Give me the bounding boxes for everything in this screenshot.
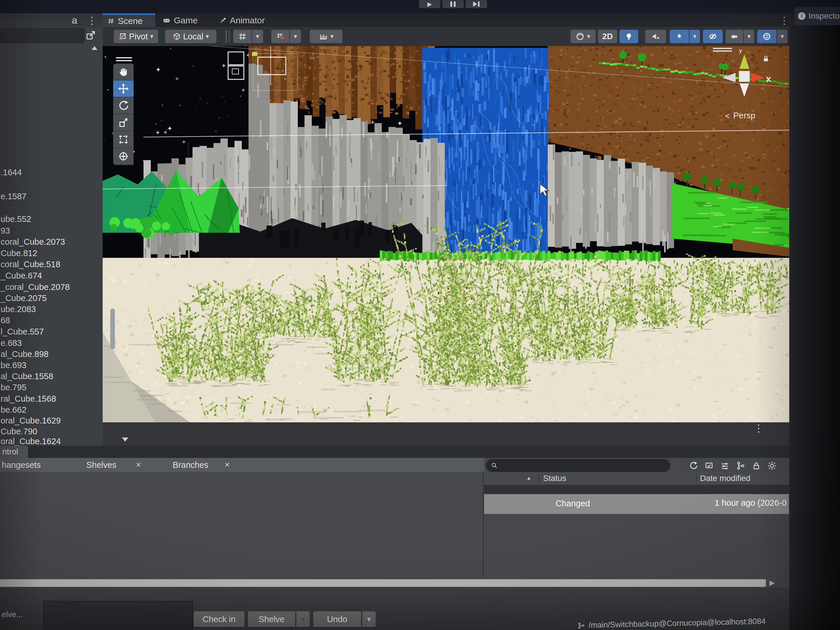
grid-axis-icon bbox=[238, 32, 247, 41]
scene-camera-dropdown[interactable]: ▾ bbox=[744, 30, 754, 43]
lightbulb-icon bbox=[625, 32, 633, 41]
hierarchy-item[interactable]: _Cube.674 bbox=[1, 271, 42, 281]
hierarchy-item[interactable]: e.1587 bbox=[1, 192, 27, 201]
hierarchy-item[interactable]: oral_Cube.1629 bbox=[1, 416, 61, 426]
horizontal-scrollbar[interactable] bbox=[0, 579, 766, 587]
move-tool[interactable] bbox=[113, 81, 134, 98]
hierarchy-item[interactable]: be.795 bbox=[1, 383, 27, 392]
effects-star-icon bbox=[675, 32, 684, 41]
hierarchy-item[interactable]: _coral_Cube.2078 bbox=[1, 282, 70, 292]
undo-button[interactable]: Undo bbox=[313, 611, 361, 628]
grid-snap-dropdown[interactable]: ▾ bbox=[252, 30, 263, 43]
2d-toggle-button[interactable]: 2D bbox=[598, 30, 617, 43]
tab-changesets[interactable]: hangesets bbox=[2, 460, 41, 470]
tab-inspector[interactable]: i Inspector bbox=[794, 7, 840, 25]
snap-increment-dropdown[interactable]: ▾ bbox=[310, 30, 343, 43]
scene-footer-menu-icon[interactable]: ⋮ bbox=[754, 422, 764, 434]
local-label: Local bbox=[183, 32, 203, 41]
table-header-shadow bbox=[484, 485, 789, 494]
play-button[interactable]: ▶ bbox=[419, 0, 441, 8]
hierarchy-list: .1644e.1587ube.55293coral_Cube.2073Cube.… bbox=[0, 0, 103, 446]
hierarchy-item[interactable]: Cube.790 bbox=[1, 427, 37, 436]
scene-panel-menu-icon[interactable]: ⋮ bbox=[779, 14, 789, 26]
scene-gizmos-toggle[interactable] bbox=[757, 30, 777, 43]
refresh-button[interactable] bbox=[686, 458, 701, 473]
hierarchy-item[interactable]: al_Cube.898 bbox=[1, 349, 48, 359]
check-in-button[interactable]: Check in bbox=[194, 611, 245, 628]
scene-camera-button[interactable] bbox=[726, 30, 743, 43]
gizmo-lock-icon[interactable] bbox=[762, 54, 770, 63]
undo-dropdown[interactable]: ▾ bbox=[362, 611, 376, 628]
rect-tool[interactable] bbox=[113, 131, 134, 148]
scale-tool[interactable] bbox=[113, 114, 134, 131]
scroll-down-icon[interactable] bbox=[122, 437, 128, 442]
scene-gizmos-dropdown[interactable]: ▾ bbox=[777, 30, 788, 43]
tab-version-control[interactable]: ntrol bbox=[0, 446, 28, 458]
shelve-dropdown[interactable]: ▾ bbox=[296, 611, 310, 628]
hierarchy-item[interactable]: 93 bbox=[1, 226, 10, 236]
drag-handle-icon[interactable] bbox=[713, 48, 732, 52]
scene-viewport[interactable] bbox=[103, 46, 789, 422]
scroll-right-icon[interactable]: ▶ bbox=[769, 579, 775, 587]
branch-tree-button[interactable] bbox=[733, 458, 748, 473]
close-icon[interactable]: × bbox=[136, 459, 141, 470]
hierarchy-item[interactable]: be.693 bbox=[1, 360, 27, 370]
tab-scene[interactable]: Scene bbox=[103, 13, 155, 27]
hierarchy-scrollbar-thumb[interactable] bbox=[110, 309, 115, 349]
column-header-status[interactable]: Status bbox=[543, 474, 566, 483]
snap-magnet-button[interactable] bbox=[271, 30, 289, 43]
search-input[interactable] bbox=[486, 459, 670, 472]
shelve-button[interactable]: Shelve bbox=[248, 611, 295, 628]
scene-lighting-toggle[interactable] bbox=[619, 30, 638, 43]
rotate-tool[interactable] bbox=[113, 98, 134, 114]
pause-button[interactable] bbox=[442, 0, 464, 8]
scene-effects-toggle[interactable] bbox=[669, 30, 689, 43]
tab-game[interactable]: Game bbox=[162, 14, 198, 27]
step-button[interactable] bbox=[466, 0, 487, 8]
table-row[interactable]: Changed 1 hour ago (2026-0 bbox=[484, 494, 789, 514]
hierarchy-item[interactable]: al_Cube.1558 bbox=[1, 372, 54, 381]
hierarchy-item[interactable]: ube.2083 bbox=[1, 305, 36, 314]
local-dropdown[interactable]: Local ▾ bbox=[165, 30, 216, 43]
lock-button[interactable] bbox=[749, 458, 764, 473]
snap-magnet-dropdown[interactable]: ▾ bbox=[290, 30, 301, 43]
gear-icon[interactable] bbox=[765, 458, 779, 473]
scene-effects-dropdown[interactable]: ▾ bbox=[690, 30, 700, 43]
hierarchy-item[interactable]: Cube.812 bbox=[1, 248, 37, 258]
shading-mode-dropdown[interactable]: ▾ bbox=[570, 30, 595, 43]
tab-shelves[interactable]: Shelves bbox=[86, 460, 116, 470]
search-icon bbox=[491, 462, 498, 469]
sort-asc-icon[interactable]: ▴ bbox=[527, 474, 530, 481]
checkin-monitor-button[interactable] bbox=[702, 458, 716, 473]
hierarchy-item[interactable]: ube.552 bbox=[1, 215, 31, 224]
axis-cone bbox=[740, 84, 749, 97]
grid-snap-button[interactable] bbox=[233, 30, 251, 43]
column-divider bbox=[538, 474, 539, 483]
scene-visibility-toggle[interactable] bbox=[703, 30, 723, 43]
pending-list-box[interactable] bbox=[43, 601, 193, 630]
hierarchy-item[interactable]: be.662 bbox=[1, 405, 27, 415]
scene-audio-muted-toggle[interactable] bbox=[645, 30, 666, 43]
hierarchy-item[interactable]: oral_Cube.1624 bbox=[1, 437, 61, 446]
hierarchy-item[interactable]: _Cube.2075 bbox=[1, 294, 47, 303]
tab-animator[interactable]: Animator bbox=[219, 14, 265, 27]
hierarchy-item[interactable]: ral_Cube.1568 bbox=[1, 394, 56, 404]
hierarchy-item[interactable]: l_Cube.557 bbox=[1, 327, 44, 336]
branch-icon bbox=[578, 622, 585, 629]
view-hand-tool[interactable] bbox=[113, 63, 134, 81]
tab-branches[interactable]: Branches bbox=[173, 460, 208, 470]
drag-handle-icon[interactable] bbox=[116, 57, 132, 61]
hierarchy-item[interactable]: e.683 bbox=[1, 338, 22, 348]
hierarchy-item[interactable]: .1644 bbox=[1, 168, 22, 177]
shelve-label: Shelve bbox=[259, 614, 285, 624]
pane-divider[interactable] bbox=[483, 472, 483, 578]
pivot-dropdown[interactable]: Pivot ▾ bbox=[114, 30, 158, 43]
transform-tool[interactable] bbox=[113, 148, 134, 165]
hierarchy-item[interactable]: 68 bbox=[1, 316, 10, 325]
close-icon[interactable]: × bbox=[224, 459, 230, 470]
hierarchy-item[interactable]: coral_Cube.2073 bbox=[1, 237, 65, 247]
column-header-date-modified[interactable]: Date modified bbox=[700, 474, 750, 483]
hierarchy-item[interactable]: coral_Cube.518 bbox=[1, 260, 60, 269]
persp-label[interactable]: Persp bbox=[733, 111, 755, 120]
changesets-list-button[interactable] bbox=[717, 458, 732, 473]
